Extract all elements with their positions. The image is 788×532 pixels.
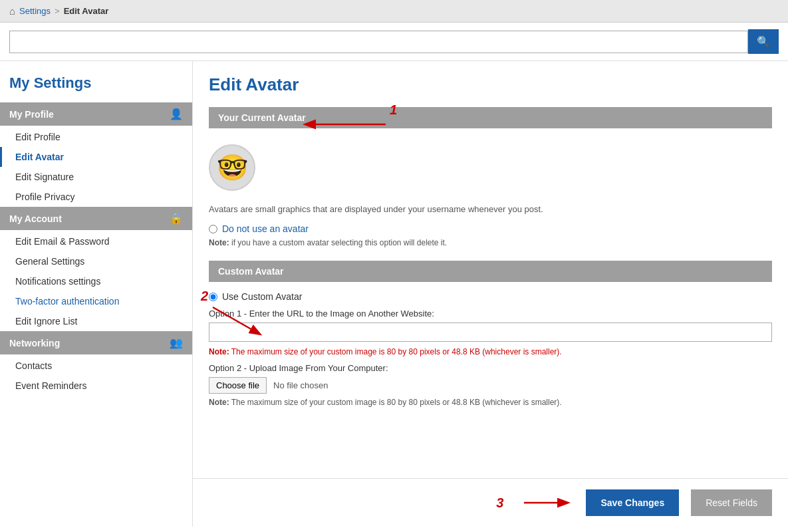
sidebar-item-edit-ignore-list[interactable]: Edit Ignore List bbox=[0, 311, 192, 331]
note-max-size-2: Note: The maximum size of your custom im… bbox=[209, 398, 772, 407]
no-avatar-note-bold: Note: bbox=[209, 238, 229, 247]
avatar-description: Avatars are small graphics that are disp… bbox=[209, 204, 772, 214]
content-area: Edit Avatar Your Current Avatar 🤓 Avatar… bbox=[193, 61, 788, 478]
note-max-size-2-bold: Note: bbox=[209, 398, 229, 407]
note-max-size-1-bold: Note: bbox=[209, 347, 229, 356]
breadcrumb-current: Edit Avatar bbox=[64, 6, 109, 16]
sidebar-section-label-my-account: My Account bbox=[9, 213, 62, 224]
sidebar-item-edit-signature[interactable]: Edit Signature bbox=[0, 167, 192, 187]
sidebar-item-edit-profile[interactable]: Edit Profile bbox=[0, 127, 192, 147]
custom-avatar-header: Custom Avatar bbox=[209, 261, 772, 282]
no-avatar-label[interactable]: Do not use an avatar bbox=[222, 223, 309, 234]
sidebar-item-contacts[interactable]: Contacts bbox=[0, 356, 192, 376]
no-avatar-radio[interactable] bbox=[209, 225, 217, 233]
avatar-image: 🤓 bbox=[209, 144, 255, 191]
sidebar: My Settings My Profile 👤 Edit Profile Ed… bbox=[0, 61, 193, 527]
breadcrumb-sep: > bbox=[55, 6, 60, 16]
reset-fields-button[interactable]: Reset Fields bbox=[691, 489, 772, 516]
sidebar-section-networking: Networking 👥 bbox=[0, 331, 192, 354]
sidebar-item-general-settings[interactable]: General Settings bbox=[0, 251, 192, 271]
custom-avatar-section: Custom Avatar Use Custom Avatar Option 1… bbox=[209, 261, 772, 407]
save-changes-button[interactable]: Save Changes bbox=[586, 489, 679, 516]
current-avatar-section: Your Current Avatar 🤓 Avatars are small … bbox=[209, 107, 772, 247]
avatar-display: 🤓 bbox=[209, 138, 772, 198]
avatar-emoji: 🤓 bbox=[217, 153, 248, 182]
sidebar-section-label-my-profile: My Profile bbox=[9, 109, 54, 120]
search-bar: 🔍 bbox=[0, 23, 788, 61]
sidebar-item-edit-avatar[interactable]: Edit Avatar bbox=[0, 147, 192, 167]
annotation-3: 3 bbox=[496, 495, 503, 511]
networking-section-icon: 👥 bbox=[170, 336, 183, 349]
no-avatar-note: Note: if you have a custom avatar select… bbox=[209, 238, 772, 247]
main-layout: My Settings My Profile 👤 Edit Profile Ed… bbox=[0, 61, 788, 527]
sidebar-item-edit-email-password[interactable]: Edit Email & Password bbox=[0, 231, 192, 251]
note-max-size-1: Note: The maximum size of your custom im… bbox=[209, 347, 772, 356]
profile-section-icon: 👤 bbox=[170, 108, 183, 120]
search-input[interactable] bbox=[9, 31, 748, 53]
breadcrumb-bar: ⌂ Settings > Edit Avatar bbox=[0, 0, 788, 23]
page-title: Edit Avatar bbox=[209, 74, 772, 95]
current-avatar-header: Your Current Avatar bbox=[209, 107, 772, 128]
sidebar-item-event-reminders[interactable]: Event Reminders bbox=[0, 376, 192, 396]
choose-file-button[interactable]: Choose file bbox=[209, 377, 267, 394]
use-custom-label[interactable]: Use Custom Avatar bbox=[222, 291, 302, 302]
use-custom-radio[interactable] bbox=[209, 293, 217, 301]
sidebar-section-my-account: My Account 🔒 bbox=[0, 207, 192, 230]
footer-buttons: 3 Save Changes Reset Fields bbox=[193, 478, 788, 527]
file-upload-row: Choose file No file chosen bbox=[209, 377, 772, 394]
sidebar-item-notifications-settings[interactable]: Notifications settings bbox=[0, 271, 192, 291]
sidebar-item-profile-privacy[interactable]: Profile Privacy bbox=[0, 187, 192, 207]
sidebar-item-two-factor-auth[interactable]: Two-factor authentication bbox=[0, 291, 192, 311]
note-max-size-1-text: The maximum size of your custom image is… bbox=[229, 347, 562, 356]
use-custom-row: Use Custom Avatar bbox=[209, 291, 772, 302]
arrow-3-svg bbox=[521, 493, 574, 513]
breadcrumb-settings[interactable]: Settings bbox=[19, 6, 51, 16]
search-button[interactable]: 🔍 bbox=[748, 29, 779, 54]
no-file-text: No file chosen bbox=[273, 380, 328, 390]
svg-text:2: 2 bbox=[200, 289, 208, 303]
sidebar-section-my-profile: My Profile 👤 bbox=[0, 102, 192, 126]
option2-label: Option 2 - Upload Image From Your Comput… bbox=[209, 363, 772, 373]
sidebar-title: My Settings bbox=[0, 68, 192, 102]
note-max-size-2-text: The maximum size of your custom image is… bbox=[229, 398, 562, 407]
home-icon: ⌂ bbox=[9, 5, 15, 17]
option1-label: Option 1 - Enter the URL to the Image on… bbox=[209, 309, 772, 319]
account-section-icon: 🔒 bbox=[170, 212, 183, 225]
no-avatar-row: Do not use an avatar bbox=[209, 223, 772, 234]
url-input[interactable] bbox=[209, 323, 772, 342]
no-avatar-note-text: if you have a custom avatar selecting th… bbox=[229, 238, 448, 247]
sidebar-section-label-networking: Networking bbox=[9, 338, 60, 348]
